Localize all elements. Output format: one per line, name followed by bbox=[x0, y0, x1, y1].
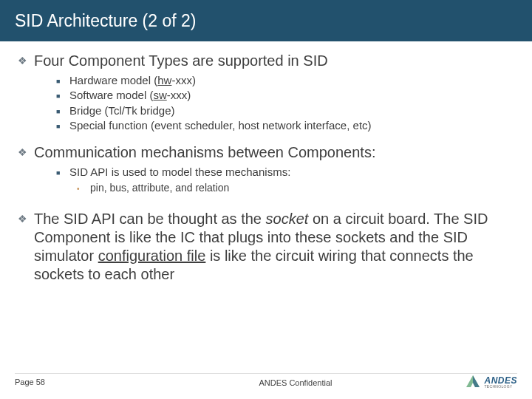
sub-list: ■ Hardware model (hw-xxx) ■ Software mod… bbox=[56, 73, 514, 133]
sub-list: ■ SID API is used to model these mechani… bbox=[56, 165, 514, 180]
andes-logo: ANDES TECHNOLOGY bbox=[451, 374, 517, 390]
square-bullet-icon: ■ bbox=[56, 118, 69, 131]
bullet-level1: ❖ Four Component Types are supported in … bbox=[18, 52, 514, 70]
list-item: ■ Hardware model (hw-xxx) bbox=[56, 73, 514, 88]
confidential-label: ANDES Confidential bbox=[259, 378, 332, 387]
item-text: SID API is used to model these mechanism… bbox=[69, 165, 290, 180]
diamond-bullet-icon: ❖ bbox=[18, 210, 34, 226]
list-item: ■ SID API is used to model these mechani… bbox=[56, 165, 514, 180]
bullet-level1: ❖ The SID API can be thought as the sock… bbox=[18, 210, 514, 284]
logo-sub-text: TECHNOLOGY bbox=[484, 385, 517, 389]
section-component-types: ❖ Four Component Types are supported in … bbox=[18, 52, 514, 133]
list-item: ■ Bridge (Tcl/Tk bridge) bbox=[56, 103, 514, 118]
sub-sub-list: • pin, bus, attribute, and relation bbox=[77, 181, 514, 195]
square-bullet-icon: ■ bbox=[56, 73, 69, 86]
section-socket-analogy: ❖ The SID API can be thought as the sock… bbox=[18, 210, 514, 284]
slide-content: ❖ Four Component Types are supported in … bbox=[0, 41, 532, 284]
andes-logo-icon bbox=[465, 374, 481, 390]
list-item: • pin, bus, attribute, and relation bbox=[77, 181, 514, 195]
heading-text: Four Component Types are supported in SI… bbox=[34, 52, 514, 70]
diamond-bullet-icon: ❖ bbox=[18, 143, 34, 160]
item-text: pin, bus, attribute, and relation bbox=[90, 181, 229, 195]
square-bullet-icon: ■ bbox=[56, 103, 69, 116]
slide-footer: Page 58 ANDES Confidential ANDES TECHNOL… bbox=[0, 374, 532, 390]
slide-title: SID Architecture (2 of 2) bbox=[15, 11, 196, 31]
diamond-bullet-icon: ❖ bbox=[18, 52, 34, 68]
section-communication: ❖ Communication mechanisms between Compo… bbox=[18, 143, 514, 195]
dot-bullet-icon: • bbox=[77, 181, 90, 194]
item-text: Hardware model (hw-xxx) bbox=[69, 73, 196, 88]
bullet-level1: ❖ Communication mechanisms between Compo… bbox=[18, 143, 514, 162]
logo-text: ANDES TECHNOLOGY bbox=[484, 376, 517, 389]
paragraph-text: The SID API can be thought as the socket… bbox=[34, 210, 514, 284]
logo-main-text: ANDES bbox=[484, 376, 517, 385]
item-text: Special function (event scheduler, host … bbox=[69, 118, 372, 133]
confidential-wrap: ANDES Confidential bbox=[140, 375, 451, 389]
page-number: Page 58 bbox=[15, 378, 140, 386]
title-bar: SID Architecture (2 of 2) bbox=[0, 0, 532, 41]
heading-text: Communication mechanisms between Compone… bbox=[34, 143, 514, 162]
square-bullet-icon: ■ bbox=[56, 88, 69, 100]
item-text: Software model (sw-xxx) bbox=[69, 88, 191, 103]
list-item: ■ Special function (event scheduler, hos… bbox=[56, 118, 514, 133]
square-bullet-icon: ■ bbox=[56, 165, 69, 177]
list-item: ■ Software model (sw-xxx) bbox=[56, 88, 514, 103]
item-text: Bridge (Tcl/Tk bridge) bbox=[69, 103, 175, 118]
